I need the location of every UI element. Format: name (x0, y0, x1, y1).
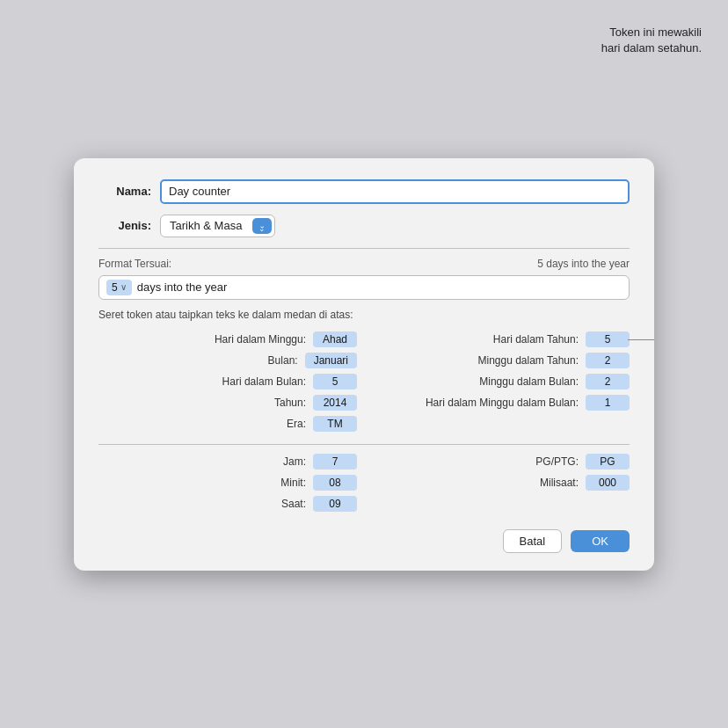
tooltip-line2: hari dalam setahun. (601, 41, 702, 55)
day-token-value: 5 (112, 281, 118, 294)
token-row-saat: Saat: 09 (98, 496, 357, 512)
token-label-bulan: Bulan: (98, 354, 298, 367)
day-token-chip[interactable]: 5 ∨ (106, 280, 132, 295)
dialog: Nama: Jenis: Tarikh & Masa Format Tersua… (74, 158, 654, 571)
token-value-hari-minggu-bulan[interactable]: 1 (586, 395, 630, 411)
token-label-era: Era: (98, 418, 306, 430)
time-tokens-left: Jam: 7 Minit: 08 Saat: 09 (98, 454, 357, 512)
tokens-left-col: Hari dalam Minggu: Ahad Bulan: Januari H… (98, 331, 357, 432)
token-value-saat[interactable]: 09 (313, 496, 357, 512)
token-value-hari-minggu[interactable]: Ahad (313, 331, 357, 347)
token-label-minit: Minit: (98, 477, 306, 489)
token-value-tahun[interactable]: 2014 (313, 395, 357, 411)
token-row-minggu-tahun: Minggu dalam Tahun: 2 (371, 353, 630, 368)
token-label-hari-minggu-bulan: Hari dalam Minggu dalam Bulan: (371, 397, 579, 409)
token-row-hari-minggu-bulan: Hari dalam Minggu dalam Bulan: 1 (371, 395, 630, 411)
token-value-jam[interactable]: 7 (313, 454, 357, 470)
time-tokens-grid: Jam: 7 Minit: 08 Saat: 09 PG/PTG: PG Mil… (98, 454, 630, 512)
jenis-select[interactable]: Tarikh & Masa (160, 215, 275, 237)
token-row-minggu-bulan: Minggu dalam Bulan: 2 (371, 374, 630, 389)
jenis-select-wrapper: Tarikh & Masa (160, 215, 275, 237)
token-row-hari-tahun: Hari dalam Tahun: 5 (371, 331, 630, 347)
token-row-minit: Minit: 08 (98, 475, 357, 491)
token-row-milisaat: Milisaat: 000 (371, 475, 630, 491)
divider-1 (98, 248, 630, 249)
token-label-minggu-tahun: Minggu dalam Tahun: (371, 354, 579, 367)
buttons-row: Batal OK (98, 529, 630, 553)
token-label-minggu-bulan: Minggu dalam Bulan: (371, 375, 579, 388)
connector-line (628, 339, 654, 340)
token-value-hari-tahun[interactable]: 5 (586, 331, 630, 347)
jenis-row: Jenis: Tarikh & Masa (98, 215, 630, 237)
token-label-hari-tahun: Hari dalam Tahun: (371, 333, 579, 346)
token-label-jam: Jam: (98, 455, 306, 468)
token-label-tahun: Tahun: (98, 397, 306, 409)
tokens-right-col: Hari dalam Tahun: 5 Minggu dalam Tahun: … (371, 331, 630, 432)
token-value-minit[interactable]: 08 (313, 475, 357, 491)
nama-label: Nama: (98, 185, 151, 198)
token-value-minggu-bulan[interactable]: 2 (586, 374, 630, 389)
tooltip-line1: Token ini mewakili (609, 25, 702, 39)
token-label-pgptg: PG/PTG: (371, 455, 579, 468)
token-row-jam: Jam: 7 (98, 454, 357, 470)
format-preview: 5 days into the year (537, 258, 630, 270)
token-label-hari-bulan: Hari dalam Bulan: (98, 375, 306, 388)
token-value-hari-bulan[interactable]: 5 (313, 374, 357, 389)
token-value-era[interactable]: TM (313, 416, 357, 432)
format-field[interactable]: 5 ∨ days into the year (98, 275, 630, 300)
format-field-text: days into the year (137, 280, 228, 294)
format-header-row: Format Tersuai: 5 days into the year (98, 258, 630, 270)
nama-row: Nama: (98, 179, 630, 204)
divider-2 (98, 444, 630, 445)
token-row-era: Era: TM (98, 416, 357, 432)
token-value-minggu-tahun[interactable]: 2 (586, 353, 630, 368)
drag-hint: Seret token atau taipkan teks ke dalam m… (98, 309, 630, 321)
token-row-hari-bulan: Hari dalam Bulan: 5 (98, 374, 357, 389)
token-value-bulan[interactable]: Januari (305, 353, 357, 368)
token-row-hari-minggu: Hari dalam Minggu: Ahad (98, 331, 357, 347)
token-row-pgptg: PG/PTG: PG (371, 454, 630, 470)
nama-input[interactable] (160, 179, 630, 204)
format-label: Format Tersuai: (98, 258, 171, 270)
token-row-bulan: Bulan: Januari (98, 353, 357, 368)
token-value-pgptg[interactable]: PG (586, 454, 630, 470)
ok-button[interactable]: OK (571, 530, 630, 552)
jenis-label: Jenis: (98, 219, 151, 232)
token-row-tahun: Tahun: 2014 (98, 395, 357, 411)
cancel-button[interactable]: Batal (503, 529, 563, 553)
token-value-milisaat[interactable]: 000 (586, 475, 630, 491)
token-label-milisaat: Milisaat: (371, 477, 579, 489)
tooltip: Token ini mewakili hari dalam setahun. (601, 25, 702, 56)
tokens-grid: Hari dalam Minggu: Ahad Bulan: Januari H… (98, 331, 630, 432)
token-label-hari-minggu: Hari dalam Minggu: (98, 333, 306, 346)
token-label-saat: Saat: (98, 498, 306, 510)
token-chevron-icon: ∨ (120, 282, 127, 292)
time-tokens-right: PG/PTG: PG Milisaat: 000 (371, 454, 630, 512)
